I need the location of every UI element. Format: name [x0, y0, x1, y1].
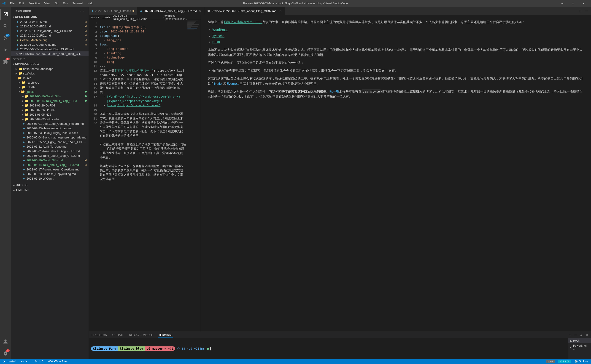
editor-breadcrumb: source › _posts › 2022-06-03-Take_about_…	[89, 15, 201, 20]
open-editor-blog-ch03[interactable]: ◆ 2022-06-14-Talk_about_Blog_CH03.md M	[11, 29, 88, 33]
file-label: 2022-06-14-Talk_about_Blog_CH03.md	[27, 163, 85, 167]
status-sync-item[interactable]: ⟳	[20, 360, 28, 363]
tab-preview[interactable]: Preview 2022-06-03-Take_about_Blog_CH02.…	[204, 7, 285, 15]
folder-talk-blog-ch03[interactable]: ▶ 📁 2022-06-14-Talk_about_Blog_CH03	[11, 98, 88, 103]
activity-account[interactable]	[0, 336, 11, 347]
folder-scaffolds[interactable]: ▶ 📁 scaffolds	[11, 71, 88, 76]
activity-source-control[interactable]: 37	[0, 32, 11, 43]
activity-search[interactable]	[0, 20, 11, 32]
tab-ch02[interactable]: ◆ 2022-06-03-Take_about_Blog_CH02.md ✕	[137, 7, 204, 15]
file-copywriting[interactable]: ◆ 2022-06-23-Chinese_Copywriting.md	[11, 172, 88, 176]
status-errors-item[interactable]: ⊗ 0 ⚠ 0	[31, 360, 44, 363]
terminal-more-button[interactable]: ···	[573, 333, 578, 337]
code-line-18	[100, 138, 185, 142]
terminal-add-button[interactable]: +	[568, 333, 572, 337]
link-typecho[interactable]: Typecho	[212, 34, 224, 38]
folder-source[interactable]: ▾ 📂 source	[11, 76, 88, 80]
file-april[interactable]: ◆ 2022-05-31-April_To_June.md	[11, 144, 88, 149]
editor-content-area[interactable]: 12345 678910 1112 1314 151617 18 1920212…	[89, 20, 201, 332]
folder-golf[interactable]: ▶ 📁 2023-04-02-golf_clubs	[11, 117, 88, 121]
folder-defi01[interactable]: ▶ 📁 2023-01-29-DeFi01	[11, 103, 88, 108]
outline-header[interactable]: ▶ OUTLINE	[11, 182, 88, 188]
file-good-gifts-md[interactable]: ◆ 2022-06-10-Good_Gifts.md M	[11, 158, 88, 162]
file-leetcode[interactable]: ◆ 2015-01-01-LeetCode_Contest_Record.md	[11, 121, 88, 126]
tab-close-button[interactable]: ✕	[198, 9, 201, 13]
activity-settings[interactable]: 1	[0, 348, 11, 359]
terminal-content[interactable]: Kivinsae Fang kivinsae_blog ⎇ master = ✎…	[89, 338, 568, 359]
menu-terminal[interactable]: Terminal	[71, 1, 85, 6]
tab-debug-console[interactable]: DEBUG CONSOLE	[128, 332, 154, 338]
file-wicon[interactable]: ◆ 2023-01-10-WiCon...	[11, 176, 88, 181]
folder-drafts[interactable]: ▶ 📁 _drafts	[11, 85, 88, 89]
timeline-label: TIMELINE	[16, 188, 29, 192]
open-editor-ch02[interactable]: ◆ 2022-06-03-Take_about_Blog_CH02.md	[11, 47, 88, 52]
minimize-button[interactable]: ─	[557, 0, 568, 7]
folder-n26[interactable]: ▶ 📁 2023-03-05-N26	[11, 112, 88, 117]
preview-tab-close[interactable]: ✕	[279, 9, 282, 13]
preview-split-button[interactable]: ⊡	[577, 8, 583, 14]
activity-extensions[interactable]: 6	[0, 56, 11, 67]
open-editor-preview[interactable]: ✕ Preview 2022-06-03-Take_about_Blog_CH.…	[11, 52, 88, 56]
preview-content-area[interactable]: 继续上一篇聊聊个人博客这件事（一）所说的故事，来聊聊博客的框架。目前市面上主流的…	[201, 15, 591, 332]
status-branch-item[interactable]: master*	[2, 360, 17, 363]
file-blog-ch03-md[interactable]: ◆ 2022-06-14-Talk_about_Blog_CH03.md M	[11, 162, 88, 167]
activity-run[interactable]	[0, 44, 11, 55]
preview-close-icon[interactable]: ✕	[16, 52, 18, 56]
menu-selection[interactable]: Selection	[27, 1, 41, 6]
tab-output[interactable]: OUTPUT	[111, 332, 124, 338]
folder-label: _archives	[26, 81, 87, 84]
folder-good-gifts[interactable]: ▶ 📁 2022-06-10-Good_Gifts	[11, 94, 88, 98]
modified-badge: M	[85, 29, 87, 32]
folder-defi02[interactable]: ▶ 📁 2023-02-26-DeFi02	[11, 108, 88, 112]
link-wordpress[interactable]: WordPress	[212, 28, 228, 32]
menu-edit[interactable]: Edit	[17, 1, 26, 6]
file-parentheses[interactable]: ◆ 2022-06-17-Parentheses_Questions.md	[11, 167, 88, 172]
menu-file[interactable]: File	[8, 1, 16, 6]
folder-arrow: ▶	[22, 104, 24, 107]
menu-help[interactable]: Help	[86, 1, 95, 6]
menu-view[interactable]: View	[42, 1, 52, 6]
file-blog-ch01[interactable]: ◆ 2022-06-01-Take_about_Blog_CH01.md	[11, 149, 88, 153]
open-editor-defi01[interactable]: ◆ 2023-01-29-DeFi01.md M	[11, 33, 88, 38]
close-button[interactable]: ✕	[578, 0, 589, 7]
file-hexo-encrypt[interactable]: ◆ 2018-07-23-Hexo_encrypt_test.md	[11, 126, 88, 130]
status-time-item[interactable]: 17:58:06	[557, 360, 572, 363]
file-blog-ch02[interactable]: ◆ 2022-06-03-Take_about_Blog_CH02.md	[11, 153, 88, 158]
open-editor-good-gifts[interactable]: ◆ 2022-06-10-Good_Gifts.md M	[11, 42, 88, 47]
open-editor-n26[interactable]: ◆ 2023-03-05-N26.md M	[11, 20, 88, 24]
open-editors-header[interactable]: ▾ OPEN EDITORS	[11, 14, 88, 20]
preview-link-ch01[interactable]: 聊聊个人博客这件事（一）	[224, 20, 262, 24]
link-hexo[interactable]: Hexo	[212, 40, 220, 44]
folder-posts[interactable]: ▾ 📂 _posts	[11, 89, 88, 94]
status-pwsh-item[interactable]: pwsh	[545, 360, 556, 363]
menu-run[interactable]: Run	[61, 1, 70, 6]
preview-more-button[interactable]: ···	[584, 8, 589, 14]
folder-icon: 📁	[18, 67, 22, 71]
terminal-close-button[interactable]: ✕	[584, 333, 589, 337]
file-switch[interactable]: ◆ 2020-05-04-Switch_atmosphere_upgrade.m…	[11, 135, 88, 140]
breadcrumb-source: source	[91, 16, 99, 19]
terminal-pwsh-item-1[interactable]: ⊡ pwsh	[568, 338, 591, 343]
timeline-header[interactable]: ▶ TIMELINE	[11, 188, 88, 193]
terminal-pwsh-item-2[interactable]: ⊡ PowerShell ...	[568, 343, 591, 351]
open-editor-defi02[interactable]: ◆ 2023-02-26-DeFi02.md M	[11, 24, 88, 29]
tab-good-gifts[interactable]: ◆ 2022-06-10-Good_Gifts.md	[89, 7, 137, 15]
status-golive-item[interactable]: 📡 Go Live	[574, 360, 589, 363]
open-editor-coffee-png[interactable]: ■ Coffee_Machine.png U	[11, 38, 88, 42]
sidebar-more-button[interactable]: ···	[80, 9, 84, 13]
terminal-chevron-up-button[interactable]: ∧	[579, 333, 584, 337]
activity-explorer[interactable]	[0, 9, 11, 20]
folder-hexo-theme[interactable]: ▶ 📁 hexo-theme-landscape	[11, 66, 88, 71]
maximize-button[interactable]: □	[568, 0, 578, 7]
tab-terminal[interactable]: TERMINAL	[158, 332, 174, 338]
tab-problems[interactable]: PROBLEMS	[91, 332, 108, 338]
file-hexo-plugin[interactable]: ◆ 2018-07-23-Hexo_Plugin_TestField.md	[11, 130, 88, 135]
file-eof[interactable]: ◆ 2021-10-25-An_Ugly_Feature_About_EOF_I…	[11, 140, 88, 144]
breadcrumb-file: 2022-06-03-Take_about_Blog_CH02.md	[113, 15, 162, 20]
file-label: 2015-01-01-LeetCode_Contest_Record.md	[27, 122, 87, 125]
code-content[interactable]: --- title: 聊聊个人博客这件事（二） date: 2022-06-03…	[98, 20, 187, 332]
folder-archives[interactable]: ▶ 📁 _archives	[11, 80, 88, 85]
status-wakatime-item[interactable]: WakaTime Error	[47, 360, 69, 363]
menu-go[interactable]: Go	[53, 1, 60, 6]
kivinsae-blog-header[interactable]: ▾ KIVINSAE_BLOG	[11, 61, 88, 66]
